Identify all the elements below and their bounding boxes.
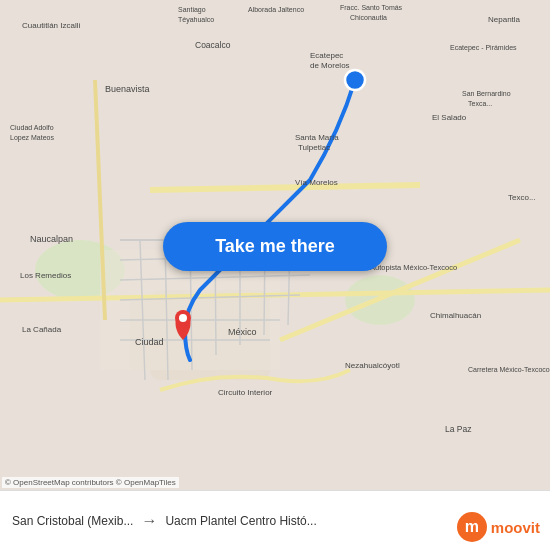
svg-text:Nepantla: Nepantla: [488, 15, 521, 24]
svg-text:Chimalhuacán: Chimalhuacán: [430, 311, 481, 320]
svg-text:Tulpetlac: Tulpetlac: [298, 143, 330, 152]
svg-text:Circuito Interior: Circuito Interior: [218, 388, 273, 397]
svg-text:Vía Morelos: Vía Morelos: [295, 178, 338, 187]
svg-text:Nezahualcóyotl: Nezahualcóyotl: [345, 361, 400, 370]
svg-text:Ecatepec: Ecatepec: [310, 51, 343, 60]
moovit-icon: m: [457, 512, 487, 542]
svg-text:Buenavista: Buenavista: [105, 84, 150, 94]
map-container: Cuautitlán Izcalli Santiago Téyahualco A…: [0, 0, 550, 490]
bottom-bar: San Cristobal (Mexib... → Uacm Plantel C…: [0, 490, 550, 550]
svg-text:Ecatepec - Pirámides: Ecatepec - Pirámides: [450, 44, 517, 52]
svg-text:Los Remedios: Los Remedios: [20, 271, 71, 280]
svg-text:Santiago: Santiago: [178, 6, 206, 14]
svg-text:de Morelos: de Morelos: [310, 61, 350, 70]
svg-text:Texco...: Texco...: [508, 193, 536, 202]
svg-text:México: México: [228, 327, 257, 337]
svg-text:Lopez Mateos: Lopez Mateos: [10, 134, 54, 142]
origin-marker: [345, 70, 365, 90]
svg-text:Cuautitlán Izcalli: Cuautitlán Izcalli: [22, 21, 80, 30]
svg-text:La Cañada: La Cañada: [22, 325, 62, 334]
route-arrow-icon: →: [141, 512, 157, 530]
moovit-logo: m moovit: [457, 512, 540, 542]
svg-text:Naucalpan: Naucalpan: [30, 234, 73, 244]
moovit-brand-text: moovit: [491, 519, 540, 536]
svg-text:San Bernardino: San Bernardino: [462, 90, 511, 97]
svg-text:Texca...: Texca...: [468, 100, 492, 107]
svg-text:Santa María: Santa María: [295, 133, 339, 142]
svg-text:La Paz: La Paz: [445, 424, 471, 434]
svg-point-24: [179, 314, 187, 322]
take-me-there-button[interactable]: Take me there: [163, 222, 387, 271]
svg-text:El Salado: El Salado: [432, 113, 467, 122]
moovit-letter: m: [465, 518, 479, 536]
route-to-label: Uacm Plantel Centro Histó...: [165, 514, 316, 528]
svg-text:Autopista México-Texcoco: Autopista México-Texcoco: [370, 263, 457, 272]
route-from-label: San Cristobal (Mexib...: [12, 514, 133, 528]
svg-text:Carretera México-Texcoco: Carretera México-Texcoco: [468, 366, 550, 373]
map-attribution: © OpenStreetMap contributors © OpenMapTi…: [2, 477, 179, 488]
svg-text:Chiconautla: Chiconautla: [350, 14, 387, 21]
svg-text:Ciudad: Ciudad: [135, 337, 164, 347]
svg-text:Alborada Jaltenco: Alborada Jaltenco: [248, 6, 304, 13]
svg-text:Fracc. Santo Tomás: Fracc. Santo Tomás: [340, 4, 403, 11]
svg-text:Téyahualco: Téyahualco: [178, 16, 214, 24]
svg-text:Coacalco: Coacalco: [195, 40, 231, 50]
svg-text:Ciudad Adolfo: Ciudad Adolfo: [10, 124, 54, 131]
